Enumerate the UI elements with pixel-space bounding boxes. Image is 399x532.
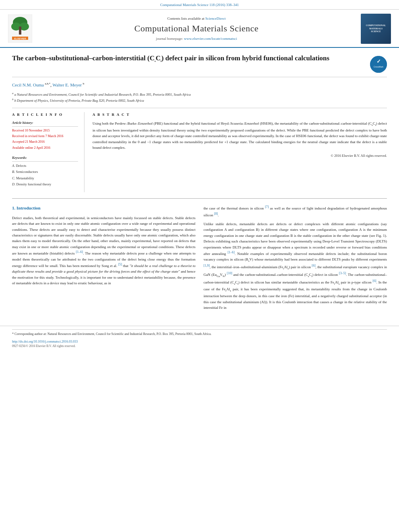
intro-para-1: Defect studies, both theoretical and exp… xyxy=(12,215,195,286)
introduction-col2: the case of the thermal donors in silico… xyxy=(204,205,387,314)
article-info-label: A R T I C L E I N F O xyxy=(12,112,78,117)
svg-rect-4 xyxy=(19,27,21,35)
section-number: 1. Introduction xyxy=(12,205,41,210)
crossmark-circle: ✓ CrossMark xyxy=(370,56,387,73)
intro-para-3: Unlike stable defects, metastable defect… xyxy=(204,221,387,310)
online-date: Available online 2 April 2016 xyxy=(12,145,78,151)
keyword-metastability: C. Metastability xyxy=(12,175,78,181)
footnote-text: * Corresponding author at: Natural Resou… xyxy=(12,329,387,337)
article-history-group: Article history: Received 10 November 20… xyxy=(12,121,78,151)
elsevier-emblem-svg: ELSEVIER xyxy=(8,14,32,43)
issn-line: 0927-0256/© 2016 Elsevier B.V. All right… xyxy=(12,344,387,349)
keyword-defects: A. Defects xyxy=(12,163,78,169)
contents-available: Contents lists available at ScienceDirec… xyxy=(32,16,361,21)
history-label: Article history: xyxy=(12,121,78,127)
journal-header: ELSEVIER Contents lists available at Sci… xyxy=(0,10,399,48)
svg-text:ELSEVIER: ELSEVIER xyxy=(14,37,26,40)
journal-reference-text: Computational Materials Science 118 (201… xyxy=(160,3,239,7)
elsevier-logo: ELSEVIER xyxy=(8,14,32,43)
accepted-date: Accepted 21 March 2016 xyxy=(12,139,78,145)
article-info-column: A R T I C L E I N F O Article history: R… xyxy=(12,112,84,192)
journal-homepage: journal homepage: www.elsevier.com/locat… xyxy=(32,36,361,41)
article-title: The carbon–substitutional–carbon-interst… xyxy=(12,54,370,63)
keywords-label: Keywords: xyxy=(12,156,78,162)
journal-reference-bar: Computational Materials Science 118 (201… xyxy=(0,0,399,10)
journal-title: Computational Materials Science xyxy=(32,23,361,35)
author-ouma[interactable]: Cecil N.M. Ouma xyxy=(12,82,44,87)
science-direct-link[interactable]: ScienceDirect xyxy=(206,16,226,21)
section-divider xyxy=(12,198,387,199)
homepage-link[interactable]: www.elsevier.com/locate/commatsci xyxy=(184,37,237,41)
main-content: The carbon–substitutional–carbon-interst… xyxy=(0,48,399,322)
introduction-col1: 1. Introduction Defect studies, both the… xyxy=(12,205,195,314)
header-left: ELSEVIER xyxy=(8,14,32,43)
author-meyer[interactable]: Walter E. Meyer xyxy=(53,82,82,87)
introduction-section: 1. Introduction Defect studies, both the… xyxy=(12,205,387,314)
svg-text:✓: ✓ xyxy=(376,58,381,64)
doi-link[interactable]: http://dx.doi.org/10.1016/j.commatsci.20… xyxy=(12,340,78,343)
crossmark-badge[interactable]: ✓ CrossMark xyxy=(370,56,387,73)
journal-thumb-text: COMPUTATIONALMATERIALSSCIENCE xyxy=(366,24,386,33)
received-date: Received 10 November 2015 xyxy=(12,128,78,134)
abstract-label: A B S T R A C T xyxy=(93,112,387,117)
article-body: A R T I C L E I N F O Article history: R… xyxy=(12,108,387,192)
keywords-list: A. Defects B. Semiconductors C. Metastab… xyxy=(12,163,78,187)
page-footer: * Corresponding author at: Natural Resou… xyxy=(0,326,399,352)
revised-date: Received in revised form 7 March 2016 xyxy=(12,134,78,139)
authors-section: Cecil N.M. Ouma a,b,*, Walter E. Meyer b xyxy=(12,82,387,88)
article-dates: Received 10 November 2015 Received in re… xyxy=(12,128,78,151)
intro-para-2: the case of the thermal donors in silico… xyxy=(204,205,387,218)
journal-center: Contents lists available at ScienceDirec… xyxy=(32,16,361,41)
keyword-dft: D. Density functional theory xyxy=(12,181,78,187)
article-title-section: The carbon–substitutional–carbon-interst… xyxy=(12,54,387,77)
keyword-semiconductors: B. Semiconductors xyxy=(12,169,78,175)
journal-thumbnail: COMPUTATIONALMATERIALSSCIENCE xyxy=(361,14,391,44)
affiliations: a a Natural Resources and Environment, C… xyxy=(12,91,387,103)
abstract-text: Using both the Perdew–Burke–Ernzerhof (P… xyxy=(93,121,387,151)
svg-text:CrossMark: CrossMark xyxy=(374,66,384,68)
abstract-column: A B S T R A C T Using both the Perdew–Bu… xyxy=(93,112,387,192)
keywords-group: Keywords: A. Defects B. Semiconductors C… xyxy=(12,156,78,187)
section-heading: 1. Introduction xyxy=(12,205,195,212)
copyright-line: © 2016 Elsevier B.V. All rights reserved… xyxy=(93,154,387,158)
